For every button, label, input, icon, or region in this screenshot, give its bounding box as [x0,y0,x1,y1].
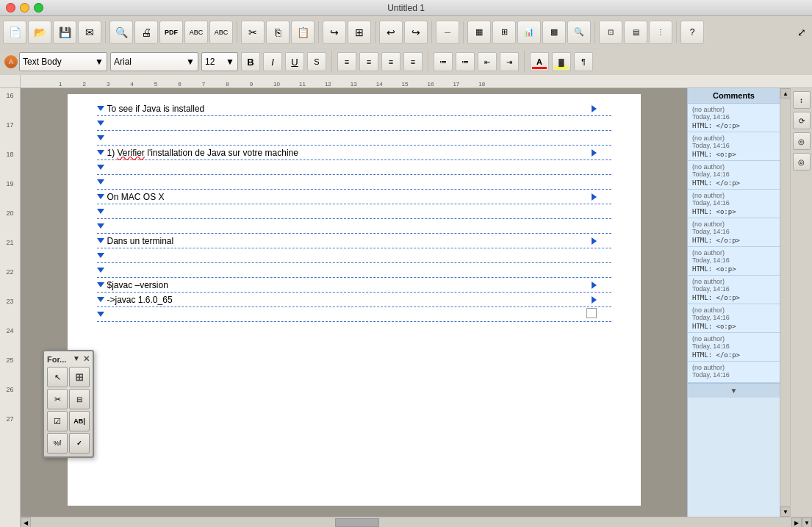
resize-button[interactable]: ⤢ [794,25,809,40]
save-button[interactable]: 💾 [53,21,76,44]
open-button[interactable]: 📂 [28,21,51,44]
undo-button[interactable]: ↩ [379,21,403,44]
ruler-horizontal: 1 2 3 4 5 6 7 8 9 10 11 12 13 14 15 16 1 [21,75,812,88]
insert-button[interactable]: ↪ [323,21,346,44]
calc-button[interactable]: ⊞ [492,21,516,44]
line-text-5: $javac –version [107,280,168,290]
help-button[interactable]: ? [680,21,704,44]
floating-expand[interactable]: ▼ [73,354,80,364]
marker-1-left [97,106,104,111]
scroll-left-arrow[interactable]: ◀ [21,517,31,527]
list-unordered-button[interactable]: ≔ [434,52,453,71]
scroll-right-arrow[interactable]: ▶ [791,517,802,527]
fmt-sep-2 [428,51,428,73]
toolbar-formatting: A Text Body ▼ Arial ▼ 12 ▼ B I U S ≡ ≡ ≡… [0,49,812,75]
list-ordered-button[interactable]: ≔ [456,52,475,71]
spell2-button[interactable]: ABC [209,21,233,44]
pdf-button[interactable]: PDF [159,21,183,44]
float-scissors-btn[interactable]: ✂ [47,389,68,409]
marker-5-right [592,282,597,289]
para-line-6: ->javac 1.6.0_65 [97,293,611,307]
comments-scroll-down[interactable]: ▼ [688,383,780,398]
underline-button[interactable]: U [285,52,304,71]
comment-html-2: HTML: <o:p> [692,151,775,158]
ruler-num-blank11 [0,397,20,412]
print-button[interactable]: 🖨 [134,21,158,44]
comment-time-8: Today, 14:16 [692,314,775,321]
nav-button[interactable]: 🔍 [567,21,591,44]
document-inner[interactable]: To see if Java is installed [21,88,687,517]
maximize-button[interactable] [34,3,43,12]
separator-4 [375,21,376,43]
checkbox[interactable] [586,308,597,318]
style-icon[interactable]: A [4,55,18,68]
style-dropdown[interactable]: Text Body ▼ [19,52,107,71]
shadow-button[interactable]: S [307,52,326,71]
minimize-button[interactable] [20,3,29,12]
float-format-btn[interactable]: %f [47,433,68,453]
scroll-down-arrow[interactable]: ▼ [780,506,791,517]
data-source-button[interactable]: ⊡ [599,21,622,44]
align-center-button[interactable]: ≡ [359,52,378,71]
right-icon-4[interactable]: ◎ [793,153,811,171]
comment-item-2: (no author) Today, 14:16 HTML: <o:p> [688,132,780,161]
vertical-scrollbar[interactable]: ▲ ▼ [780,88,790,517]
highlight-color-button[interactable]: ▓ [552,52,571,71]
marker-e5-left [97,209,104,214]
scroll-up-arrow[interactable]: ▲ [780,88,791,98]
cut-button[interactable]: ✂ [241,21,265,44]
spell-button[interactable]: ABC [184,21,208,44]
font-color-button[interactable]: A [530,52,549,71]
email-button[interactable]: ✉ [78,21,101,44]
format-button[interactable]: ⊞ [348,21,371,44]
para-format-button[interactable]: ¶ [574,52,593,71]
right-icon-1[interactable]: ↕ [793,91,811,109]
draw-button[interactable]: ▩ [542,21,566,44]
font-dropdown[interactable]: Arial ▼ [110,52,198,71]
float-text-btn[interactable]: AB| [69,411,90,431]
bold-button[interactable]: B [241,52,260,71]
float-toggle-btn[interactable]: ⊞ [69,367,90,387]
float-remove-btn[interactable]: ⊟ [69,389,90,409]
right-icon-3[interactable]: ◎ [793,132,811,150]
copy-button[interactable]: ⎘ [266,21,290,44]
indent-more-button[interactable]: ⇥ [500,52,519,71]
print-preview-button[interactable]: 🔍 [109,21,133,44]
chart-button[interactable]: 📊 [517,21,541,44]
float-cursor-btn[interactable]: ↖ [47,367,68,387]
table-button[interactable]: ▦ [467,21,491,44]
gallery-button[interactable]: ▤ [624,21,647,44]
ruler-tick-4: 4 [130,81,133,87]
float-ok-btn[interactable]: ✓ [69,433,90,453]
indent-less-button[interactable]: ⇤ [478,52,497,71]
h-scroll-thumb[interactable] [335,518,379,527]
close-button[interactable] [6,3,15,12]
comment-time-9: Today, 14:16 [692,343,775,350]
float-check-btn[interactable]: ☑ [47,411,68,431]
macro-button[interactable]: ⋮ [649,21,672,44]
comment-item-10: (no author) Today, 14:16 [688,362,780,383]
marker-5-left [97,282,104,287]
align-right-button[interactable]: ≡ [381,52,400,71]
justify-button[interactable]: ≡ [403,52,423,71]
style-value: Text Body [23,57,62,67]
size-dropdown[interactable]: 12 ▼ [201,52,238,71]
para-empty-3 [97,160,611,175]
floating-close-icon[interactable]: ✕ [83,354,90,364]
spelling-verifier: Verifier [118,148,145,158]
ruler-num-blank10 [0,368,20,382]
ruler-tick-3: 3 [107,81,109,87]
align-left-button[interactable]: ≡ [337,52,356,71]
italic-button[interactable]: I [263,52,282,71]
scroll-down-corner[interactable]: ▼ [802,517,812,527]
marker-e9-left [97,312,104,317]
line-style-button[interactable]: — [436,21,459,44]
redo-button[interactable]: ↪ [404,21,428,44]
new-button[interactable]: 📄 [3,21,26,44]
para-line-5: $javac –version [97,278,611,293]
paste-button[interactable]: 📋 [291,21,315,44]
marker-6-left [97,297,104,302]
window-controls [6,3,43,12]
para-empty-1 [97,116,611,131]
right-icon-2[interactable]: ⟳ [793,112,811,129]
